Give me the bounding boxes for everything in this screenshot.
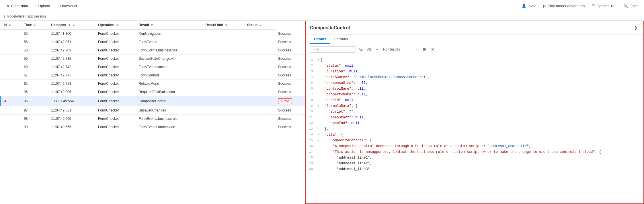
json-line: 10 "script": "",: [306, 109, 643, 115]
table-row[interactable]: 61 11:07:42.775 FormChecker FormControls…: [0, 71, 305, 80]
json-line: 15 ▾ "CompositeControl": {: [306, 138, 643, 144]
find-input[interactable]: [310, 46, 356, 53]
error-indicator: [0, 46, 20, 55]
find-no-results: No Results: [381, 47, 402, 51]
line-content: "script": "",: [320, 109, 641, 115]
col-operation-header[interactable]: Operation ∨: [95, 21, 135, 30]
play-label: Play model-driven app: [548, 4, 585, 8]
table-row[interactable]: 98 11:07:49.565 FormChecker FormEvents.b…: [0, 115, 305, 123]
find-case-sensitive-button[interactable]: Aa: [357, 47, 364, 52]
json-line: 17 "This action is unsupported. Contact …: [306, 149, 643, 155]
line-number: 5: [306, 80, 316, 86]
row-time: 11:07:49.566: [48, 123, 95, 131]
play-button[interactable]: ▷ Play model-driven app: [540, 3, 588, 9]
table-row[interactable]: 97 11:07:49.561 FormChecker UnsavedChang…: [0, 106, 305, 115]
find-regex-button[interactable]: ✳: [374, 47, 380, 52]
row-operation: RelatedMenu: [135, 80, 202, 88]
upload-button[interactable]: ↑ Upload: [32, 3, 53, 9]
row-time: 11:07:42.709: [48, 46, 95, 55]
upload-label: Upload: [38, 4, 50, 8]
clear-data-button[interactable]: ✕ Clear data: [3, 3, 31, 9]
row-id: 55: [20, 30, 48, 38]
line-content: },: [320, 126, 641, 132]
line-number: 9: [306, 103, 316, 109]
line-number: 19: [306, 161, 316, 166]
row-time: 11:07:42.732: [48, 55, 95, 63]
json-line: 6 "controlName": null,: [306, 86, 643, 92]
row-result-info: [244, 88, 275, 96]
row-id: 96: [20, 96, 48, 106]
line-toggle[interactable]: ▾: [316, 132, 320, 138]
table-row[interactable]: 58 11:07:42.709 FormChecker FormEvents.b…: [0, 46, 305, 55]
status-success-text: Success: [278, 65, 291, 69]
row-operation: FormEvents: [135, 38, 202, 46]
download-button[interactable]: ↓ Download: [54, 3, 80, 9]
table-row[interactable]: 99 11:07:49.566 FormChecker FormEvents.o…: [0, 123, 305, 131]
line-content: "data": {: [320, 132, 641, 138]
row-id: 56: [20, 38, 48, 46]
table-row[interactable]: 59 11:07:42.732 FormChecker SectionState…: [0, 55, 305, 63]
status-success-text: Success: [278, 125, 291, 129]
col-category-header[interactable]: Category ▼ ∨: [48, 21, 95, 30]
tab-details[interactable]: Details: [310, 34, 330, 44]
error-indicator: [0, 88, 20, 96]
find-list-button[interactable]: ☰: [421, 47, 428, 53]
find-prev-button[interactable]: ←: [403, 47, 411, 53]
error-dot-icon: ●: [4, 99, 7, 103]
row-result-info: [244, 123, 275, 131]
table-row[interactable]: 62 11:07:42.798 FormChecker RelatedMenu …: [0, 80, 305, 88]
sort-icon: ∨: [34, 24, 36, 27]
options-button[interactable]: ☰ Options ▾: [589, 3, 616, 9]
row-status: Success: [275, 71, 305, 80]
col-id-header[interactable]: Id ∨: [0, 21, 20, 30]
status-success-text: Success: [278, 73, 291, 77]
line-number: 10: [306, 109, 316, 114]
options-icon: ☰: [592, 4, 595, 8]
col-status-header[interactable]: Status ∨: [244, 21, 275, 30]
line-toggle[interactable]: ▾: [316, 138, 320, 143]
tab-formula[interactable]: Formula: [330, 34, 352, 44]
row-status: Success: [275, 46, 305, 55]
json-line: 2 "status": null,: [306, 63, 643, 69]
table-row[interactable]: 60 11:07:42.742 FormChecker FormEvents.o…: [0, 63, 305, 71]
table-row[interactable]: 56 11:07:42.051 FormChecker FormEvents S…: [0, 38, 305, 46]
table-row[interactable]: ● 96 11:07:49.556 FormChecker CompositeC…: [0, 96, 305, 106]
col-time-header[interactable]: Time ∨: [20, 21, 48, 30]
row-result-info: [244, 106, 275, 115]
table-scroll[interactable]: Id ∨ Time ∨ Category ▼ ∨ Operation ∨ Res…: [0, 21, 305, 204]
find-close-button[interactable]: ✕: [429, 47, 436, 52]
json-line: 14 ▾ "data": {: [306, 132, 643, 138]
info-icon: ℹ: [3, 14, 5, 18]
line-toggle[interactable]: ▾: [316, 103, 320, 109]
table-row[interactable]: 95 11:07:49.006 FormChecker RequiredFiel…: [0, 88, 305, 96]
filter-button[interactable]: 🔍 Filter: [620, 3, 641, 9]
chevron-down-icon: ▾: [611, 4, 613, 8]
row-status: Error: [275, 96, 305, 106]
json-content[interactable]: 1 ▾ { 2 "status": null, 3 "duration": nu…: [306, 55, 643, 203]
table-row[interactable]: 55 11:07:41.800 FormChecker XrmNavigatio…: [0, 30, 305, 38]
status-success-text: Success: [278, 117, 291, 121]
line-number: 1: [306, 57, 316, 63]
row-time: 11:07:41.800: [48, 30, 95, 38]
session-bar: ℹ Model-driven app session: [0, 12, 644, 21]
find-whole-word-button[interactable]: AB: [365, 47, 373, 52]
main-area: Id ∨ Time ∨ Category ▼ ∨ Operation ∨ Res…: [0, 21, 644, 204]
col-result-info-header[interactable]: Result info ∨: [202, 21, 243, 30]
line-number: 15: [306, 138, 316, 143]
right-panel: CompositeControl ❯ Details Formula Aa AB…: [305, 21, 644, 204]
row-time: 11:07:49.556: [48, 96, 95, 106]
row-operation: FormEvents.businessrule: [135, 46, 202, 55]
error-indicator: ●: [0, 96, 20, 106]
row-category: FormChecker: [95, 96, 135, 106]
find-next-button[interactable]: →: [412, 47, 419, 53]
status-success-text: Success: [278, 108, 291, 112]
row-time: 11:07:42.742: [48, 63, 95, 71]
error-indicator: [0, 30, 20, 38]
line-toggle[interactable]: ▾: [316, 57, 320, 63]
panel-expand-button[interactable]: ❯: [632, 24, 639, 31]
invite-button[interactable]: 👤 Invite: [519, 3, 539, 9]
error-indicator: [0, 106, 20, 115]
download-label: Download: [60, 4, 77, 8]
col-result-header[interactable]: Result ∨: [135, 21, 202, 30]
row-status: Success: [275, 63, 305, 71]
